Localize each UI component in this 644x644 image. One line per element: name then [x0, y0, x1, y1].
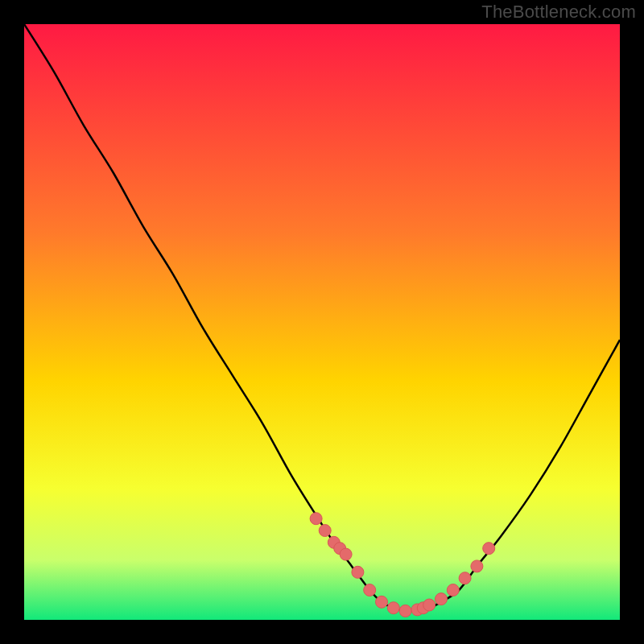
curve-marker	[340, 548, 352, 560]
curve-marker	[399, 605, 411, 617]
curve-marker	[364, 584, 376, 597]
curve-marker	[319, 525, 331, 537]
plot-area	[24, 24, 620, 620]
curve-marker	[483, 543, 495, 555]
curve-marker	[459, 572, 471, 584]
curve-marker	[376, 596, 388, 608]
chart-frame: TheBottleneck.com	[0, 0, 644, 644]
curve-marker	[352, 566, 364, 578]
curve-marker	[423, 599, 436, 611]
attribution-text: TheBottleneck.com	[481, 2, 636, 23]
curve-marker	[447, 584, 459, 597]
curve-marker	[387, 602, 399, 614]
bottleneck-chart	[24, 24, 620, 620]
curve-marker	[471, 560, 483, 572]
curve-marker	[436, 593, 448, 605]
curve-marker	[310, 513, 322, 525]
